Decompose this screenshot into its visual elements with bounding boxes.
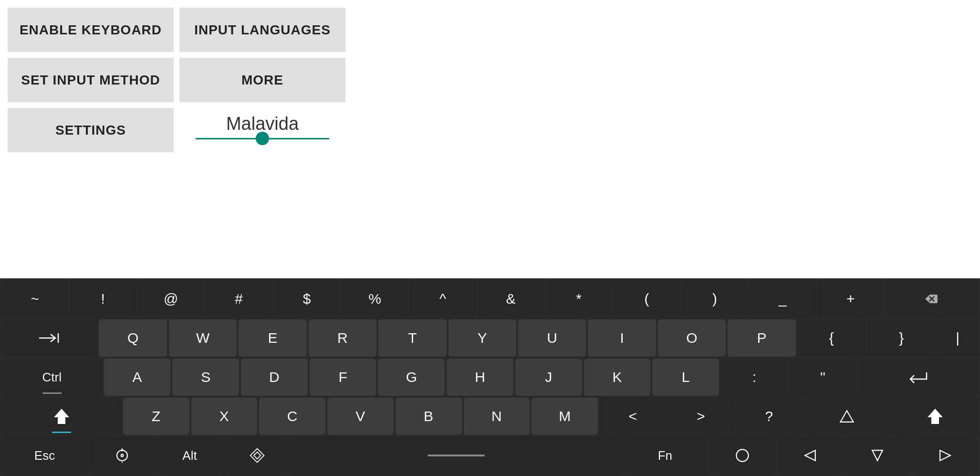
- key-shift-left[interactable]: [2, 398, 121, 435]
- svg-point-15: [737, 449, 749, 461]
- enable-keyboard-button[interactable]: ENABLE KEYBOARD: [8, 8, 174, 52]
- key-colon[interactable]: :: [721, 359, 788, 396]
- malavida-text-area: Malavida: [177, 105, 348, 155]
- keyboard-row-asdf: Ctrl A S D F G H J K L : ": [0, 357, 980, 396]
- svg-marker-4: [54, 409, 69, 424]
- keyboard-row-qwerty: Q W E R T Y U I O P { } |: [0, 317, 980, 357]
- key-s[interactable]: S: [172, 359, 239, 396]
- key-u[interactable]: U: [518, 319, 586, 357]
- keyboard: ~ ! @ # $ % ^ & * ( ) _ + Q W: [0, 278, 980, 476]
- malavida-underline: [196, 138, 329, 139]
- key-n[interactable]: N: [464, 398, 530, 435]
- key-m[interactable]: M: [532, 398, 598, 435]
- key-o[interactable]: O: [658, 319, 726, 357]
- settings-button[interactable]: SETTINGS: [8, 108, 174, 152]
- key-back-icon[interactable]: [777, 437, 843, 474]
- svg-marker-16: [805, 450, 815, 461]
- key-at[interactable]: @: [138, 280, 204, 317]
- key-tilde[interactable]: ~: [2, 280, 68, 317]
- key-caret[interactable]: ^: [410, 280, 476, 317]
- key-question[interactable]: ?: [736, 398, 803, 435]
- keyboard-row-zxcv: Z X C V B N M < > ?: [0, 396, 980, 435]
- key-greater[interactable]: >: [668, 398, 734, 435]
- key-z[interactable]: Z: [123, 398, 189, 435]
- key-v[interactable]: V: [327, 398, 394, 435]
- malavida-label: Malavida: [226, 114, 299, 134]
- svg-marker-18: [940, 450, 950, 461]
- key-hash[interactable]: #: [206, 280, 271, 317]
- key-x[interactable]: X: [191, 398, 258, 435]
- key-forward-icon[interactable]: [912, 437, 978, 474]
- key-ctrl[interactable]: Ctrl: [2, 359, 102, 396]
- key-ampersand[interactable]: &: [478, 280, 543, 317]
- key-alt[interactable]: Alt: [157, 437, 223, 474]
- key-enter[interactable]: [858, 359, 978, 396]
- key-y[interactable]: Y: [448, 319, 516, 357]
- svg-rect-10: [121, 449, 123, 451]
- key-k[interactable]: K: [584, 359, 651, 396]
- key-lparen[interactable]: (: [614, 280, 679, 317]
- key-down-icon[interactable]: [845, 437, 911, 474]
- key-rparen[interactable]: ): [682, 280, 748, 317]
- key-i[interactable]: I: [588, 319, 656, 357]
- key-g[interactable]: G: [378, 359, 445, 396]
- key-t[interactable]: T: [378, 319, 446, 357]
- key-a[interactable]: A: [104, 359, 171, 396]
- svg-point-9: [122, 455, 123, 456]
- key-j[interactable]: J: [515, 359, 582, 396]
- key-space[interactable]: [292, 437, 620, 474]
- svg-marker-17: [873, 450, 883, 461]
- set-input-method-button[interactable]: SET INPUT METHOD: [8, 58, 174, 102]
- key-dollar[interactable]: $: [274, 280, 340, 317]
- key-home-circle-icon[interactable]: [709, 437, 775, 474]
- key-c[interactable]: C: [259, 398, 325, 435]
- key-rbrace[interactable]: }: [867, 319, 935, 357]
- key-shift-right[interactable]: [892, 398, 978, 435]
- svg-marker-6: [928, 409, 943, 424]
- keyboard-row-bottom: Esc Alt Fn: [0, 435, 980, 476]
- key-q[interactable]: Q: [99, 319, 167, 357]
- keyboard-row-symbols: ~ ! @ # $ % ^ & * ( ) _ +: [0, 278, 980, 317]
- key-h[interactable]: H: [447, 359, 513, 396]
- svg-marker-13: [250, 449, 264, 463]
- menu-grid: ENABLE KEYBOARD INPUT LANGUAGES SET INPU…: [0, 0, 980, 155]
- key-r[interactable]: R: [309, 319, 376, 357]
- malavida-dot: [256, 132, 269, 145]
- key-d[interactable]: D: [241, 359, 308, 396]
- key-w[interactable]: W: [169, 319, 237, 357]
- key-exclaim[interactable]: !: [70, 280, 136, 317]
- top-menu: ENABLE KEYBOARD INPUT LANGUAGES SET INPU…: [0, 0, 980, 155]
- key-f[interactable]: F: [310, 359, 376, 396]
- key-tab[interactable]: [2, 319, 97, 357]
- key-percent[interactable]: %: [342, 280, 407, 317]
- key-backspace[interactable]: [886, 280, 978, 317]
- key-pipe[interactable]: |: [937, 319, 978, 357]
- key-asterisk[interactable]: *: [546, 280, 612, 317]
- input-languages-button[interactable]: INPUT LANGUAGES: [179, 8, 345, 52]
- key-diamond-icon[interactable]: [224, 437, 290, 474]
- key-triangle-up[interactable]: [804, 398, 890, 435]
- key-fn[interactable]: Fn: [622, 437, 708, 474]
- key-lbrace[interactable]: {: [798, 319, 865, 357]
- key-less[interactable]: <: [600, 398, 666, 435]
- key-p[interactable]: P: [728, 319, 795, 357]
- key-plus[interactable]: +: [818, 280, 884, 317]
- key-quote[interactable]: ": [790, 359, 856, 396]
- key-l[interactable]: L: [652, 359, 719, 396]
- key-underscore[interactable]: _: [750, 280, 815, 317]
- key-camera-icon[interactable]: [89, 437, 155, 474]
- key-b[interactable]: B: [396, 398, 462, 435]
- key-esc[interactable]: Esc: [2, 437, 87, 474]
- svg-marker-5: [841, 411, 854, 422]
- more-button[interactable]: MORE: [179, 58, 345, 102]
- svg-marker-14: [254, 452, 261, 459]
- key-e[interactable]: E: [239, 319, 306, 357]
